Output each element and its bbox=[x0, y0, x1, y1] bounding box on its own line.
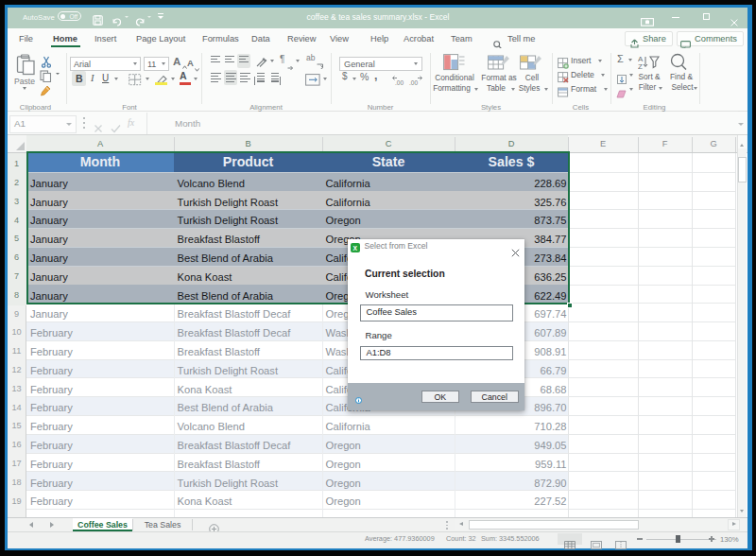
svg-text:.00: .00 bbox=[395, 79, 404, 86]
svg-text:.00: .00 bbox=[409, 79, 418, 86]
svg-text:Z: Z bbox=[638, 62, 643, 70]
